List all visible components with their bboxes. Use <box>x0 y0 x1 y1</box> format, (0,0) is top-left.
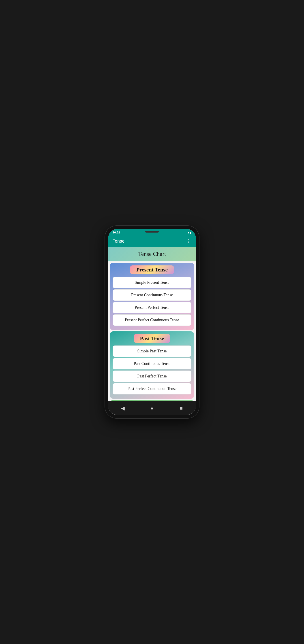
status-icons: ▲▮ <box>187 231 191 234</box>
section-present: Present TenseSimple Present TensePresent… <box>110 263 194 330</box>
present-label-wrap: Present Tense <box>112 266 192 274</box>
tense-item-text: Present Perfect Tense <box>135 305 169 310</box>
tense-item[interactable]: Past Perfect Tense <box>113 370 191 382</box>
tense-item[interactable]: Past Continuous Tense <box>113 358 191 370</box>
tense-item[interactable]: Simple Present Tense <box>113 277 191 288</box>
tense-item[interactable]: Past Perfect Continuous Tense <box>113 383 191 394</box>
back-button[interactable]: ◀ <box>118 404 127 413</box>
main-content[interactable]: Tense Chart Present TenseSimple Present … <box>108 247 196 401</box>
status-time: 10:52 <box>113 231 120 234</box>
bottom-nav: ◀ ● ■ <box>108 401 196 415</box>
recent-button[interactable]: ■ <box>177 404 186 413</box>
app-title: Tense <box>113 238 124 244</box>
tense-item[interactable]: Present Perfect Continuous Tense <box>113 314 191 326</box>
chart-header: Tense Chart <box>108 247 196 262</box>
sections-container: Present TenseSimple Present TensePresent… <box>108 263 196 401</box>
tense-item[interactable]: Present Perfect Tense <box>113 302 191 313</box>
app-bar: Tense ⋮ <box>108 236 196 247</box>
tense-item-text: Present Perfect Continuous Tense <box>125 318 179 322</box>
past-label-wrap: Past Tense <box>112 334 192 343</box>
phone-frame: 10:52 ▲▮ Tense ⋮ Tense Chart Present Ten… <box>105 226 199 418</box>
menu-button[interactable]: ⋮ <box>186 238 191 244</box>
tense-item-text: Past Perfect Tense <box>137 374 167 378</box>
signal-icon: ▲▮ <box>187 231 191 234</box>
status-bar: 10:52 ▲▮ <box>108 229 196 236</box>
chart-title: Tense Chart <box>138 251 166 257</box>
home-button[interactable]: ● <box>148 404 156 413</box>
tense-item[interactable]: Present Continuous Tense <box>113 289 191 301</box>
tense-item-text: Simple Present Tense <box>135 280 169 285</box>
tense-item-text: Past Perfect Continuous Tense <box>128 386 177 391</box>
phone-screen: 10:52 ▲▮ Tense ⋮ Tense Chart Present Ten… <box>108 229 196 415</box>
tense-item-text: Past Continuous Tense <box>134 361 170 366</box>
present-section-label: Present Tense <box>130 266 174 274</box>
tense-item[interactable]: Simple Past Tense <box>113 346 191 357</box>
tense-item-text: Present Continuous Tense <box>131 293 173 297</box>
past-section-label: Past Tense <box>134 334 170 343</box>
tense-item-text: Simple Past Tense <box>137 349 167 353</box>
section-past: Past TenseSimple Past TensePast Continuo… <box>110 332 194 399</box>
